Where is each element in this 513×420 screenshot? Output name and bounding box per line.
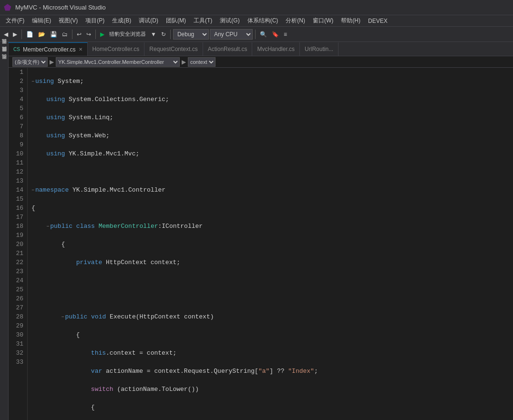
- tab-label: MemberController.cs: [23, 46, 76, 53]
- collapse-9[interactable]: −: [46, 222, 49, 231]
- toolbar-back-btn[interactable]: ◀: [2, 28, 10, 41]
- toolbar-open-btn[interactable]: 📂: [36, 28, 47, 41]
- line-num-30: 30: [12, 330, 23, 339]
- tab-actionresult[interactable]: ActionResult.cs: [203, 42, 253, 56]
- code-line-19: {: [31, 403, 509, 412]
- menu-item-h[interactable]: 帮助(H): [337, 15, 364, 27]
- window-title: MyMVC - Microsoft Visual Studio: [15, 4, 106, 11]
- code-line-2: using System.Collections.Generic;: [31, 95, 509, 104]
- line-num-20: 20: [12, 240, 23, 249]
- side-tab-team[interactable]: 团队资源管理器: [0, 51, 9, 59]
- code-line-5: using YK.Simple.Mvc1.Mvc;: [31, 149, 509, 158]
- line-numbers: 1 2 3 4 5 6 7 8 9 10 11 12 13 14 15 16 1…: [9, 68, 28, 420]
- debug-mode-dropdown[interactable]: Debug Release: [173, 29, 209, 40]
- menu-item-d[interactable]: 调试(D): [135, 15, 162, 27]
- line-num-5: 5: [12, 104, 23, 113]
- toolbar-saveall-btn[interactable]: 🗂: [60, 28, 70, 41]
- toolbar-refresh-btn[interactable]: ↻: [159, 28, 168, 41]
- toolbar-save-btn[interactable]: 💾: [48, 28, 59, 41]
- title-bar: ⬟ MyMVC - Microsoft Visual Studio: [0, 0, 513, 15]
- toolbar-sep-1: [21, 30, 22, 39]
- toolbar-run-btn[interactable]: ▶: [98, 28, 106, 41]
- toolbar-sep-3: [95, 30, 96, 39]
- member-dropdown[interactable]: context: [188, 57, 215, 67]
- code-line-15: {: [31, 330, 509, 339]
- tab-close-btn[interactable]: ✕: [79, 47, 82, 52]
- tab-mvchandler[interactable]: MvcHandler.cs: [252, 42, 300, 56]
- collapse-7[interactable]: −: [31, 186, 34, 195]
- line-num-17: 17: [12, 213, 23, 222]
- line-num-23: 23: [12, 267, 23, 276]
- code-line-3: using System.Linq;: [31, 113, 509, 122]
- line-num-19: 19: [12, 231, 23, 240]
- line-num-21: 21: [12, 249, 23, 258]
- tab-membercontroller[interactable]: CS MemberController.cs ✕: [9, 42, 88, 56]
- menu-item-w[interactable]: 窗口(W): [309, 15, 337, 27]
- tab-urlroutin[interactable]: UrlRoutin...: [300, 42, 339, 56]
- tab-bar: CS MemberController.cs ✕ HomeController.…: [9, 42, 513, 56]
- side-panel: 资源视图 团队资源管理器 类视图: [0, 42, 9, 420]
- side-tab-class[interactable]: 类视图: [0, 59, 9, 67]
- code-content[interactable]: −using System; using System.Collections.…: [28, 68, 513, 420]
- toolbar-browser-btn[interactable]: 猎豹安全浏览器: [107, 28, 148, 41]
- toolbar-browser-dropdown[interactable]: ▼: [149, 28, 158, 41]
- toolbar-undo-btn[interactable]: ↩: [75, 28, 83, 41]
- code-line-18: switch (actionName.ToLower()): [31, 385, 509, 394]
- tab-homecontroller[interactable]: HomeController.cs: [88, 42, 145, 56]
- line-num-10: 10: [12, 149, 23, 158]
- code-line-16: this.context = context;: [31, 348, 509, 358]
- line-num-25: 25: [12, 285, 23, 294]
- line-num-7: 7: [12, 122, 23, 131]
- menu-item-t[interactable]: 工具(T): [190, 15, 216, 27]
- toolbar-search-btn[interactable]: 🔍: [258, 28, 269, 41]
- line-num-6: 6: [12, 113, 23, 122]
- code-line-6: [31, 167, 509, 176]
- collapse-14[interactable]: −: [61, 313, 64, 322]
- file-dropdown[interactable]: (杂项文件): [12, 57, 48, 67]
- collapse-1[interactable]: −: [31, 77, 34, 86]
- code-line-17: var actionName = context.Request.QuerySt…: [31, 367, 509, 376]
- code-line-7: −namespace YK.Simple.Mvc1.Controller: [31, 185, 509, 195]
- line-num-13: 13: [12, 176, 23, 185]
- line-num-15: 15: [12, 195, 23, 204]
- breadcrumb-sep-2: ▶: [182, 59, 186, 65]
- namespace-dropdown[interactable]: YK.Simple.Mvc1.Controller.MemberControll…: [56, 57, 180, 67]
- toolbar-forward-btn[interactable]: ▶: [11, 28, 19, 41]
- toolbar-extra-btn[interactable]: ≡: [282, 28, 289, 41]
- menu-item-c[interactable]: 体系结构(C): [244, 15, 282, 27]
- code-editor[interactable]: 1 2 3 4 5 6 7 8 9 10 11 12 13 14 15 16 1…: [9, 68, 513, 420]
- tab-label: ActionResult.cs: [208, 46, 247, 52]
- menu-item-f[interactable]: 文件(F): [2, 15, 28, 27]
- menu-item-e[interactable]: 编辑(E): [28, 15, 55, 27]
- toolbar-redo-btn[interactable]: ↪: [84, 28, 93, 41]
- tab-requestcontext[interactable]: RequestContext.cs: [144, 42, 203, 56]
- code-line-11: private HttpContext context;: [31, 258, 509, 267]
- platform-dropdown[interactable]: Any CPU: [210, 29, 253, 40]
- code-line-13: [31, 294, 509, 303]
- tab-icon: CS: [13, 47, 20, 52]
- line-num-3: 3: [12, 86, 23, 95]
- line-num-22: 22: [12, 258, 23, 267]
- code-line-9: −public class MemberController:IControll…: [31, 222, 509, 231]
- line-num-24: 24: [12, 276, 23, 285]
- menu-item-devex[interactable]: DEVEX: [364, 15, 391, 27]
- line-num-27: 27: [12, 303, 23, 312]
- line-num-18: 18: [12, 222, 23, 231]
- menu-item-m[interactable]: 团队(M): [162, 15, 190, 27]
- main-layout: 资源视图 团队资源管理器 类视图 CS MemberController.cs …: [0, 42, 513, 420]
- line-num-14: 14: [12, 185, 23, 195]
- toolbar-bookmark-btn[interactable]: 🔖: [270, 28, 281, 41]
- menu-item-b[interactable]: 生成(B): [108, 15, 135, 27]
- menu-bar: 文件(F)编辑(E)视图(V)项目(P)生成(B)调试(D)团队(M)工具(T)…: [0, 15, 513, 27]
- tab-label: UrlRoutin...: [305, 46, 333, 52]
- toolbar-new-btn[interactable]: 📄: [24, 28, 35, 41]
- menu-item-v[interactable]: 视图(V): [55, 15, 82, 27]
- side-tab-resources[interactable]: 资源视图: [0, 44, 9, 51]
- code-line-4: using System.Web;: [31, 131, 509, 140]
- toolbar-sep-2: [72, 30, 72, 39]
- menu-item-p[interactable]: 项目(P): [82, 15, 108, 27]
- line-num-1: 1: [12, 68, 23, 77]
- menu-item-n[interactable]: 分析(N): [282, 15, 309, 27]
- menu-item-g[interactable]: 测试(G): [216, 15, 243, 27]
- code-line-8: {: [31, 204, 509, 213]
